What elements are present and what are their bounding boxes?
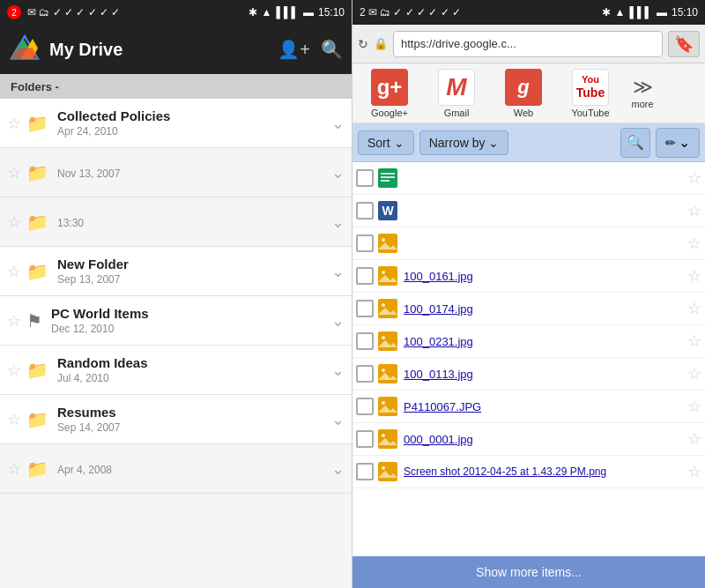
file-checkbox[interactable] bbox=[356, 398, 374, 415]
file-checkbox[interactable] bbox=[356, 267, 374, 285]
svg-rect-29 bbox=[378, 429, 397, 449]
edit-select-button[interactable]: ✏ ⌄ bbox=[656, 128, 700, 158]
folder-name: Resumes bbox=[57, 405, 331, 420]
bookmark-google-plus[interactable]: g+ Google+ bbox=[358, 69, 421, 118]
star-icon[interactable]: ☆ bbox=[7, 459, 21, 479]
folder-date: Apr 24, 2010 bbox=[57, 125, 331, 138]
folder-item[interactable]: ☆ 📁 Collected Policies Apr 24, 2010 ⌄ bbox=[0, 99, 352, 148]
more-bookmarks-button[interactable]: ≫ more bbox=[626, 78, 659, 109]
svg-rect-17 bbox=[378, 299, 397, 318]
svg-rect-7 bbox=[381, 176, 395, 178]
svg-rect-32 bbox=[378, 462, 397, 481]
svg-rect-8 bbox=[381, 180, 390, 182]
file-item[interactable]: W ☆ bbox=[352, 195, 705, 227]
folder-name: PC World Items bbox=[51, 306, 331, 321]
file-checkbox[interactable] bbox=[356, 332, 374, 350]
file-checkbox[interactable] bbox=[356, 169, 374, 187]
chevron-icon[interactable]: ⌄ bbox=[331, 212, 345, 232]
file-checkbox[interactable] bbox=[356, 365, 374, 383]
file-checkbox[interactable] bbox=[356, 300, 374, 317]
search-icon-header[interactable]: 🔍 bbox=[321, 39, 343, 60]
file-item[interactable]: 100_0161.jpg ☆ bbox=[352, 260, 705, 293]
status-bar-right: 2 ✉ 🗂 ✓ ✓ ✓ ✓ ✓ ✓ ✱ ▲ ▌▌▌ ▬ 15:10 bbox=[352, 0, 705, 25]
folder-info: Collected Policies Apr 24, 2010 bbox=[57, 108, 331, 138]
file-star-icon[interactable]: ☆ bbox=[687, 168, 701, 188]
folder-item[interactable]: ☆ 📁 Nov 13, 2007 ⌄ bbox=[0, 148, 352, 197]
battery-icon: ▬ bbox=[303, 6, 314, 19]
url-text: https://drive.google.c... bbox=[401, 37, 516, 50]
chevron-icon[interactable]: ⌄ bbox=[331, 410, 345, 429]
file-item[interactable]: 100_0231.jpg ☆ bbox=[352, 325, 705, 358]
url-bar[interactable]: https://drive.google.c... bbox=[393, 31, 663, 57]
sort-button[interactable]: Sort ⌄ bbox=[358, 130, 414, 155]
file-item[interactable]: P4110067.JPG ☆ bbox=[352, 391, 705, 423]
bookmark-web[interactable]: g Web bbox=[492, 69, 555, 118]
file-item[interactable]: 000_0001.jpg ☆ bbox=[352, 423, 705, 456]
file-item[interactable]: ☆ bbox=[352, 227, 705, 260]
file-star-icon[interactable]: ☆ bbox=[687, 234, 701, 253]
folder-item[interactable]: ☆ 📁 New Folder Sep 13, 2007 ⌄ bbox=[0, 247, 352, 296]
file-checkbox[interactable] bbox=[356, 202, 374, 220]
file-name-screenshot[interactable]: Screen shot 2012-04-25 at 1.43.29 PM.png bbox=[404, 465, 687, 478]
file-name-100-0113[interactable]: 100_0113.jpg bbox=[404, 368, 687, 381]
file-name-p4110067[interactable]: P4110067.JPG bbox=[404, 400, 687, 413]
file-star-icon[interactable]: ☆ bbox=[687, 266, 701, 286]
chevron-icon[interactable]: ⌄ bbox=[331, 262, 345, 281]
folder-date: Jul 4, 2010 bbox=[57, 372, 331, 384]
folder-info: Random Ideas Jul 4, 2010 bbox=[57, 355, 331, 384]
battery-icon-r: ▬ bbox=[657, 6, 667, 19]
svg-point-21 bbox=[382, 336, 385, 339]
star-icon[interactable]: ☆ bbox=[7, 212, 21, 232]
star-icon[interactable]: ☆ bbox=[7, 410, 21, 429]
star-icon[interactable]: ☆ bbox=[7, 163, 21, 182]
file-star-icon[interactable]: ☆ bbox=[687, 364, 701, 383]
narrow-by-button[interactable]: Narrow by ⌄ bbox=[419, 130, 509, 155]
file-star-icon[interactable]: ☆ bbox=[687, 429, 701, 449]
file-checkbox[interactable] bbox=[356, 430, 374, 448]
file-name-100-0161[interactable]: 100_0161.jpg bbox=[404, 270, 687, 283]
file-item[interactable]: 100_0113.jpg ☆ bbox=[352, 358, 705, 391]
file-star-icon[interactable]: ☆ bbox=[687, 397, 701, 416]
refresh-icon[interactable]: ↻ bbox=[358, 37, 368, 51]
star-icon[interactable]: ☆ bbox=[7, 114, 21, 133]
chevron-icon[interactable]: ⌄ bbox=[331, 114, 345, 133]
chevron-icon[interactable]: ⌄ bbox=[331, 311, 345, 331]
folder-item[interactable]: ☆ ⚑ PC World Items Dec 12, 2010 ⌄ bbox=[0, 296, 352, 346]
folder-name: New Folder bbox=[57, 257, 331, 272]
bookmark-youtube[interactable]: You Tube YouTube bbox=[559, 69, 622, 118]
file-item[interactable]: Screen shot 2012-04-25 at 1.43.29 PM.png… bbox=[352, 456, 705, 488]
bookmark-gmail[interactable]: M Gmail bbox=[425, 69, 488, 118]
show-more-button[interactable]: Show more items... bbox=[352, 556, 705, 588]
search-button[interactable]: 🔍 bbox=[620, 128, 650, 158]
bluetooth-icon: ✱ bbox=[249, 6, 257, 19]
folder-item[interactable]: ☆ 📁 13:30 ⌄ bbox=[0, 197, 352, 247]
narrow-by-label: Narrow by bbox=[429, 136, 486, 150]
folder-item[interactable]: ☆ 📁 Resumes Sep 14, 2007 ⌄ bbox=[0, 395, 352, 444]
star-icon[interactable]: ☆ bbox=[7, 361, 21, 380]
file-star-icon[interactable]: ☆ bbox=[687, 299, 701, 318]
file-name-100-0231[interactable]: 100_0231.jpg bbox=[404, 335, 687, 348]
star-icon[interactable]: ☆ bbox=[7, 262, 21, 281]
narrow-chevron-icon: ⌄ bbox=[488, 136, 499, 150]
folder-item[interactable]: ☆ 📁 Random Ideas Jul 4, 2010 ⌄ bbox=[0, 346, 352, 395]
file-star-icon[interactable]: ☆ bbox=[687, 201, 701, 220]
file-checkbox[interactable] bbox=[356, 234, 374, 252]
chevron-icon[interactable]: ⌄ bbox=[331, 459, 345, 479]
file-name-000-0001[interactable]: 000_0001.jpg bbox=[404, 433, 687, 446]
bookmark-icon[interactable]: 🔖 bbox=[668, 31, 700, 57]
bluetooth-icon-r: ✱ bbox=[602, 6, 611, 19]
add-person-icon[interactable]: 👤+ bbox=[278, 39, 310, 60]
file-name-100-0174[interactable]: 100_0174.jpg bbox=[404, 302, 687, 316]
file-star-icon[interactable]: ☆ bbox=[687, 331, 701, 351]
chevron-icon[interactable]: ⌄ bbox=[331, 163, 345, 182]
file-item[interactable]: 100_0174.jpg ☆ bbox=[352, 293, 705, 325]
folder-icon: 📁 bbox=[26, 458, 48, 480]
time-right: 15:10 bbox=[672, 6, 698, 19]
file-item[interactable]: ☆ bbox=[352, 162, 705, 195]
folder-date: Sep 14, 2007 bbox=[57, 421, 331, 434]
folder-item[interactable]: ☆ 📁 Apr 4, 2008 ⌄ bbox=[0, 444, 352, 494]
file-checkbox[interactable] bbox=[356, 463, 374, 480]
file-star-icon[interactable]: ☆ bbox=[687, 462, 701, 481]
star-icon[interactable]: ☆ bbox=[7, 311, 21, 331]
chevron-icon[interactable]: ⌄ bbox=[331, 361, 345, 380]
